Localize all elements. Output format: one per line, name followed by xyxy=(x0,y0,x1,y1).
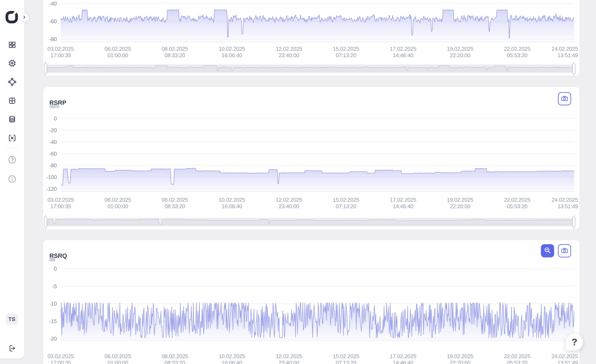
screenshot-button[interactable] xyxy=(558,92,571,105)
x-axis-label: 08.02.202508:33:20 xyxy=(162,46,188,59)
sidebar-item-help[interactable] xyxy=(8,156,16,164)
topology-icon xyxy=(8,83,16,87)
x-axis-label: 06.02.202501:00:00 xyxy=(104,353,131,364)
chip-icon xyxy=(8,65,16,68)
x-axis-label: 08.02.202508:33:20 xyxy=(162,353,188,364)
sidebar-item-devices[interactable] xyxy=(8,59,16,68)
navigator-right-handle[interactable] xyxy=(572,216,575,227)
x-axis-label: 06.02.202501:00:00 xyxy=(104,46,131,59)
chart-unit-label: dB xyxy=(49,257,55,262)
sidebar-item-variables[interactable] xyxy=(8,134,16,142)
y-axis-label: -15 xyxy=(43,318,57,324)
x-axis: 03.02.202517:00:3506.02.202501:00:0008.0… xyxy=(61,353,574,364)
x-axis-label: 15.02.202507:13:20 xyxy=(333,46,359,59)
navigator-left-handle[interactable] xyxy=(44,63,47,74)
help-bubble-button[interactable]: ? xyxy=(566,334,583,351)
sidebar-item-database[interactable] xyxy=(8,115,16,124)
x-axis-label: 17.02.202514:46:40 xyxy=(390,197,416,210)
x-axis-label: 22.02.202505:53:20 xyxy=(504,197,530,210)
range-navigator[interactable] xyxy=(46,65,574,73)
database-icon xyxy=(8,121,16,124)
y-axis-label: -40 xyxy=(43,0,57,7)
y-axis-label: 0 xyxy=(43,266,57,272)
camera-icon xyxy=(561,95,568,103)
y-axis-label: -60 xyxy=(43,151,57,157)
x-axis-label: 10.02.202516:06:40 xyxy=(219,46,245,59)
x-axis-label: 08.02.202508:33:20 xyxy=(162,197,188,210)
x-axis-label: 24.02.202513:51:49 xyxy=(551,197,578,210)
x-axis-label: 17.02.202514:46:40 xyxy=(390,46,416,59)
help-icon xyxy=(8,161,16,165)
table-icon xyxy=(8,102,16,106)
sidebar-expand-button[interactable] xyxy=(20,13,29,22)
chart-card-top: -40-60-80 03.02.202517:00:3506.02.202501… xyxy=(43,0,580,76)
x-axis-label: 12.02.202523:40:00 xyxy=(276,46,302,59)
y-axis-label: -5 xyxy=(43,283,57,290)
zoom-out-button[interactable] xyxy=(541,244,554,257)
chart-plot-area[interactable] xyxy=(61,0,574,45)
zoom-out-icon xyxy=(544,247,551,255)
chevron-right-icon xyxy=(22,15,26,20)
x-axis-label: 19.02.202522:20:00 xyxy=(447,353,473,364)
sidebar-item-topology[interactable] xyxy=(8,77,16,86)
x-axis-label: 22.02.202505:53:20 xyxy=(504,46,530,59)
x-axis-label: 17.02.202514:46:40 xyxy=(390,353,416,364)
app-root: -40-60-80 03.02.202517:00:3506.02.202501… xyxy=(0,0,596,364)
y-axis-label: -60 xyxy=(43,18,57,24)
x-axis-label: 06.02.202501:00:00 xyxy=(104,197,131,210)
sidebar-item-tables[interactable] xyxy=(8,96,16,105)
logout-icon xyxy=(8,350,16,353)
sidebar: TS xyxy=(0,0,24,358)
sidebar-divider xyxy=(6,148,18,148)
y-axis-label: -40 xyxy=(43,139,57,145)
x-axis-label: 22.02.202505:53:20 xyxy=(504,353,530,364)
y-axis-label: -10 xyxy=(43,301,57,307)
chart-card-rsrq: RSRQ dB 0-5-10-15-20 03.02.202517 xyxy=(43,240,580,364)
x-axis-label: 24.02.202513:51:49 xyxy=(551,46,578,59)
screenshot-button[interactable] xyxy=(558,244,571,257)
x-axis-label: 15.02.202507:13:20 xyxy=(333,353,359,364)
navigator-right-handle[interactable] xyxy=(572,63,575,74)
y-axis-label: -20 xyxy=(43,127,57,134)
user-avatar[interactable]: TS xyxy=(6,313,18,325)
y-axis-label: -80 xyxy=(43,36,57,42)
x-axis-label: 03.02.202517:00:35 xyxy=(48,197,74,210)
y-axis-label: 0 xyxy=(43,115,57,122)
variables-icon xyxy=(8,140,16,143)
x-axis: 03.02.202517:00:3506.02.202501:00:0008.0… xyxy=(61,197,574,211)
x-axis-label: 15.02.202507:13:20 xyxy=(333,197,359,210)
x-axis-label: 10.02.202516:06:40 xyxy=(219,197,245,210)
sidebar-item-dashboard[interactable] xyxy=(8,40,16,49)
chart-plot-area[interactable] xyxy=(61,265,574,344)
x-axis: 03.02.202517:00:3506.02.202501:00:0008.0… xyxy=(61,46,574,60)
info-icon xyxy=(8,180,16,184)
x-axis-label: 10.02.202516:06:40 xyxy=(219,353,245,364)
camera-icon xyxy=(561,247,568,255)
x-axis-label: 12.02.202523:40:00 xyxy=(276,197,302,210)
x-axis-label: 19.02.202522:20:00 xyxy=(447,197,473,210)
chart-plot-area[interactable] xyxy=(61,115,574,196)
y-axis-label: -80 xyxy=(43,162,57,169)
navigator-left-handle[interactable] xyxy=(44,216,47,227)
x-axis-label: 19.02.202522:20:00 xyxy=(447,46,473,59)
dashboard-icon xyxy=(8,46,16,50)
y-axis-label: -100 xyxy=(43,174,57,180)
sidebar-item-info[interactable] xyxy=(8,175,16,184)
y-axis-label: -20 xyxy=(43,335,57,342)
x-axis-label: 12.02.202523:40:00 xyxy=(276,353,302,364)
brand-logo[interactable] xyxy=(5,10,18,24)
chart-unit-label: dBm xyxy=(49,104,59,109)
x-axis-label: 03.02.202517:00:35 xyxy=(48,46,74,59)
chart-card-rsrp: RSRP dBm 0-20-40-60-80-100-120 03.02.202… xyxy=(43,87,580,230)
logout-button[interactable] xyxy=(8,344,16,353)
x-axis-label: 24.02.202513:51:49 xyxy=(551,353,578,364)
range-navigator[interactable] xyxy=(46,218,574,226)
y-axis-label: -120 xyxy=(43,186,57,192)
x-axis-label: 03.02.202517:00:35 xyxy=(48,353,74,364)
